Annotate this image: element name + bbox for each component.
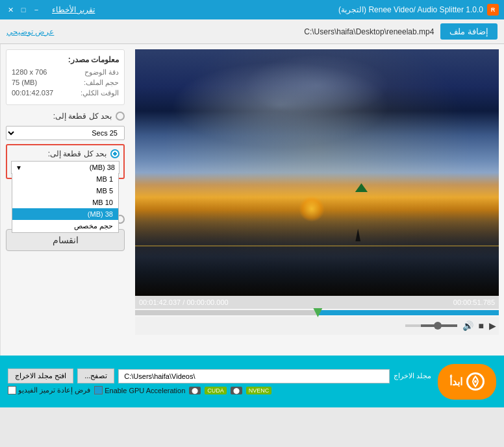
info-section: معلومات مصدر: دقة الوضوح 1280 x 706 حجم … (6, 49, 125, 105)
duration-value: 00:01:42.037 (12, 89, 53, 97)
right-panel: معلومات مصدر: دقة الوضوح 1280 x 706 حجم … (0, 44, 130, 356)
gpu-badge: ⬤ (189, 387, 201, 394)
open-folder-button[interactable]: افتح مجلد الاخراج (8, 368, 73, 383)
app-title: Renee Video/ Audio Splitter 1.0.0 (التجر… (338, 5, 483, 14)
main-content: 00:00:51.785 00:00:00.000 / 00:01:42.037… (0, 44, 504, 356)
close-button[interactable]: ✕ (5, 5, 16, 15)
start-label: ابدأ (449, 376, 462, 388)
split-section-size: بحد كل قطعة إلى: 38 (MB) ▼ 1 MB 5 MB 10 … (6, 144, 125, 179)
maximize-button[interactable]: □ (18, 5, 29, 15)
option2-label: بحد كل قطعة إلى: (48, 149, 107, 158)
duration-row: الوقت الكلي: 00:01:42.037 (12, 89, 119, 97)
volume-button[interactable]: 🔊 (462, 320, 473, 331)
controls-bar: ▶ ■ 🔊 (135, 317, 499, 335)
output-label: مجلد الاخراج (394, 372, 431, 380)
progress-bar[interactable] (135, 310, 499, 315)
progress-fill (317, 310, 499, 315)
dropdown-arrow-icon: ▼ (16, 164, 22, 171)
browse-button[interactable]: تصفح... (77, 368, 114, 383)
time-display: 00:00:51.785 00:00:00.000 / 00:01:42.037 (135, 296, 499, 309)
resolution-row: دقة الوضوح 1280 x 706 (12, 68, 119, 77)
info-title: معلومات مصدر: (12, 55, 119, 64)
gpu-cb-box (94, 386, 103, 394)
list-item[interactable]: 10 MB (12, 197, 118, 208)
split-option-time: بحد كل قطعة إلى: (6, 112, 125, 121)
gpu-label: Enable GPU Acceleration (105, 387, 185, 394)
resolution-label: دقة الوضوح (84, 68, 119, 77)
reencode-checkbox[interactable]: فرض إعادة ترميز الفيديو (8, 386, 90, 394)
volume-knob (434, 322, 442, 330)
radio-time[interactable] (116, 112, 125, 121)
split-option-size: بحد كل قطعة إلى: (11, 149, 120, 158)
output-path-input[interactable] (118, 369, 390, 383)
list-item-selected[interactable]: 38 (MB) (12, 208, 118, 220)
start-button[interactable]: ابدأ (438, 364, 496, 400)
list-item[interactable]: 5 MB (12, 185, 118, 197)
report-errors-link[interactable]: تقرير الأخطاء (52, 5, 95, 14)
bottom-bar: ابدأ مجلد الاخراج تصفح... افتح مجلد الاخ… (0, 356, 504, 407)
video-player (135, 49, 499, 296)
size-value: 75 (MB) (12, 79, 37, 87)
list-item[interactable]: 1 MB (12, 173, 118, 185)
dropdown-header[interactable]: 38 (MB) ▼ (12, 162, 119, 173)
reencode-cb-box (8, 386, 16, 394)
radio-size[interactable] (110, 149, 120, 158)
total-time: 00:00:00.000 / 00:01:42.037 (139, 298, 229, 306)
svg-point-0 (474, 380, 477, 383)
output-section: مجلد الاخراج تصفح... افتح مجلد الاخراج ف… (8, 368, 431, 394)
titlebar: R Renee Video/ Audio Splitter 1.0.0 (الت… (0, 0, 504, 19)
start-icon (466, 372, 485, 391)
stop-button[interactable]: ■ (479, 320, 484, 331)
checkbox-row: فرض إعادة ترميز الفيديو Enable GPU Accel… (8, 386, 431, 394)
selected-value: 38 (MB) (90, 163, 115, 171)
nvenc-icon-badge: ⬤ (231, 387, 242, 394)
dropdown-list: 1 MB 5 MB 10 MB 38 (MB) حجم مخصص (12, 173, 119, 233)
file-path: C:\Users\haifa\Desktop\reneelab.mp4 (54, 27, 440, 36)
play-button[interactable]: ▶ (489, 320, 496, 331)
time-select[interactable]: 25 Secs (6, 126, 125, 140)
nvenc-badge: NVENC (246, 387, 272, 394)
reencode-label: فرض إعادة ترميز الفيديو (18, 386, 90, 394)
minimize-button[interactable]: − (31, 5, 42, 15)
video-area: 00:00:51.785 00:00:00.000 / 00:01:42.037… (130, 44, 504, 356)
volume-slider[interactable] (405, 324, 457, 327)
size-row: حجم الملف: 75 (MB) (12, 79, 119, 87)
app-logo: R (487, 4, 499, 16)
gpu-checkbox[interactable]: Enable GPU Acceleration (94, 386, 185, 394)
video-frame (135, 49, 499, 296)
option1-label: بحد كل قطعة إلى: (53, 112, 112, 121)
toolbar: إضافة ملف C:\Users\haifa\Desktop\reneela… (0, 19, 504, 44)
preview-link[interactable]: عرض توضيحي (6, 27, 54, 36)
size-label: حجم الملف: (84, 79, 119, 87)
titlebar-left: R Renee Video/ Audio Splitter 1.0.0 (الت… (338, 4, 499, 16)
cuda-badge: CUDA (205, 387, 227, 394)
list-item[interactable]: حجم مخصص (12, 220, 118, 232)
current-time: 00:00:51.785 (453, 298, 495, 306)
output-row: مجلد الاخراج تصفح... افتح مجلد الاخراج (8, 368, 431, 383)
resolution-value: 1280 x 706 (12, 68, 47, 77)
duration-label: الوقت الكلي: (81, 89, 119, 97)
titlebar-controls: − □ ✕ (5, 5, 42, 15)
size-dropdown[interactable]: 38 (MB) ▼ 1 MB 5 MB 10 MB 38 (MB) حجم مخ… (11, 161, 120, 174)
add-file-button[interactable]: إضافة ملف (440, 23, 498, 40)
